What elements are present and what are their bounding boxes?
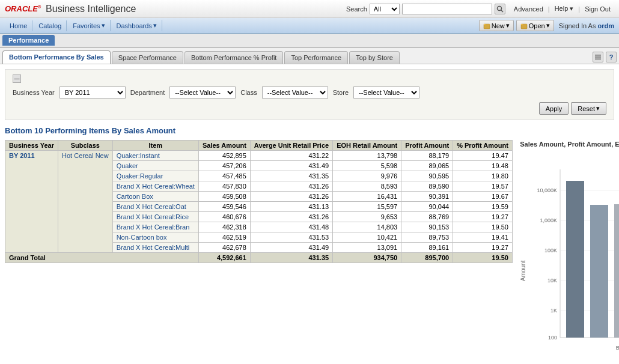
store-select[interactable]: --Select Value-- xyxy=(353,86,419,99)
data-cell-avg_unit: 431.53 xyxy=(250,232,332,243)
grand-total-eoh: 934,750 xyxy=(333,253,401,263)
data-cell-profit: 89,753 xyxy=(401,232,453,243)
tab-top-performance[interactable]: Top Performance xyxy=(284,51,348,64)
tab-bottom-performance-pct-profit[interactable]: Bottom Performance % Profit xyxy=(184,51,283,64)
reset-button[interactable]: Reset ▾ xyxy=(571,102,606,115)
data-cell-eoh: 9,976 xyxy=(333,171,401,181)
svg-text:100: 100 xyxy=(548,335,557,341)
search-input[interactable] xyxy=(402,4,492,14)
chart-title: Sales Amount, Profit Amount, EOH Retail … xyxy=(520,140,619,159)
grand-total-profit: 895,700 xyxy=(401,253,453,263)
data-cell-pct_profit: 19.41 xyxy=(453,232,513,243)
search-scope-select[interactable]: All xyxy=(370,4,400,14)
search-label: Search xyxy=(346,5,367,13)
help-link[interactable]: Help ▾ xyxy=(551,4,578,14)
home-nav-link[interactable]: Home xyxy=(5,20,32,31)
data-cell-sales: 457,485 xyxy=(198,171,250,181)
data-cell-profit: 90,044 xyxy=(401,202,453,212)
open-button[interactable]: Open ▾ xyxy=(516,20,554,31)
data-cell-pct_profit: 19.27 xyxy=(453,212,513,222)
report-title: Bottom 10 Performing Items By Sales Amou… xyxy=(5,126,614,135)
item-cell[interactable]: Brand X Hot Cereal:Oat xyxy=(112,202,198,212)
item-cell[interactable]: Non-Cartoon box xyxy=(112,232,198,243)
search-button[interactable] xyxy=(495,4,505,14)
favorites-nav-dropdown[interactable]: Favorites ▾ xyxy=(68,20,110,31)
data-cell-avg_unit: 431.26 xyxy=(250,192,332,202)
settings-icon-btn[interactable] xyxy=(593,52,603,62)
tab-bottom-performance-by-sales[interactable]: Bottom Performance By Sales xyxy=(2,50,111,64)
svg-point-0 xyxy=(497,6,501,10)
col-pct-profit: % Profit Amount xyxy=(453,141,513,151)
data-cell-eoh: 13,091 xyxy=(333,243,401,253)
apply-button[interactable]: Apply xyxy=(539,102,569,115)
svg-rect-4 xyxy=(595,55,601,56)
data-cell-profit: 88,769 xyxy=(401,212,453,222)
data-cell-sales: 459,546 xyxy=(198,202,250,212)
bi-title: Business Intelligence xyxy=(46,4,136,14)
data-cell-sales: 462,318 xyxy=(198,222,250,232)
item-cell[interactable]: Cartoon Box xyxy=(112,192,198,202)
advanced-link[interactable]: Advanced xyxy=(510,4,547,14)
table-row: BY 2011Hot Cereal NewQuaker:Instant452,8… xyxy=(5,151,513,161)
col-avg-unit: Averge Unit Retail Price xyxy=(250,141,332,151)
report-container: Business Year Subclass Item Sales Amount… xyxy=(5,140,614,364)
table-container: Business Year Subclass Item Sales Amount… xyxy=(5,140,513,364)
dashboards-nav-dropdown[interactable]: Dashboards ▾ xyxy=(112,20,162,31)
dashboard-tab-bar: Performance xyxy=(0,34,619,48)
help-icon: ? xyxy=(609,53,614,61)
performance-tab[interactable]: Performance xyxy=(2,35,55,46)
data-cell-sales: 462,678 xyxy=(198,243,250,253)
data-cell-pct_profit: 19.80 xyxy=(453,171,513,181)
data-cell-avg_unit: 431.26 xyxy=(250,212,332,222)
data-cell-eoh: 9,653 xyxy=(333,212,401,222)
grand-total-row: Grand Total 4,592,661 431.35 934,750 895… xyxy=(5,253,513,263)
data-cell-pct_profit: 19.59 xyxy=(453,202,513,212)
col-profit: Profit Amount xyxy=(401,141,453,151)
data-cell-sales: 452,895 xyxy=(198,151,250,161)
department-label: Department xyxy=(130,89,165,96)
data-cell-avg_unit: 431.35 xyxy=(250,171,332,181)
open-folder-icon xyxy=(520,22,528,29)
item-cell[interactable]: Brand X Hot Cereal:Bran xyxy=(112,222,198,232)
col-subclass: Subclass xyxy=(58,141,113,151)
col-item: Item xyxy=(112,141,198,151)
store-label: Store xyxy=(333,89,349,96)
new-button[interactable]: New ▾ xyxy=(479,20,514,31)
item-cell[interactable]: Quaker:Regular xyxy=(112,171,198,181)
minimize-button[interactable]: — xyxy=(13,74,21,83)
grand-total-sales: 4,592,661 xyxy=(198,253,250,263)
class-select[interactable]: --Select Value-- xyxy=(262,86,328,99)
item-cell[interactable]: Quaker xyxy=(112,161,198,171)
item-cell[interactable]: Brand X Hot Cereal:Rice xyxy=(112,212,198,222)
signout-link[interactable]: Sign Out xyxy=(581,4,614,14)
item-cell[interactable]: Quaker:Instant xyxy=(112,151,198,161)
item-cell[interactable]: Brand X Hot Cereal:Multi xyxy=(112,243,198,253)
oracle-logo: ORACLE® xyxy=(5,4,41,13)
svg-rect-6 xyxy=(595,59,601,60)
folder-icon xyxy=(483,22,490,29)
nav-icons: New ▾ Open ▾ Signed In As ordm xyxy=(479,20,614,31)
business-year-select[interactable]: BY 2011 xyxy=(59,86,126,99)
data-cell-avg_unit: 431.49 xyxy=(250,161,332,171)
data-cell-avg_unit: 431.22 xyxy=(250,151,332,161)
department-select[interactable]: --Select Value-- xyxy=(169,86,236,99)
data-cell-sales: 462,519 xyxy=(198,232,250,243)
search-icon xyxy=(496,5,504,13)
chart-svg: 100 1K 10K 100K 1,000K 10,000K xyxy=(530,163,619,364)
data-cell-eoh: 13,798 xyxy=(333,151,401,161)
data-cell-eoh: 8,593 xyxy=(333,181,401,192)
data-cell-pct_profit: 19.27 xyxy=(453,243,513,253)
item-cell[interactable]: Brand X Hot Cereal:Wheat xyxy=(112,181,198,192)
tab-top-by-store[interactable]: Top by Store xyxy=(349,51,400,64)
data-cell-pct_profit: 19.50 xyxy=(453,222,513,232)
business-year-cell: BY 2011 xyxy=(5,151,58,253)
data-cell-profit: 90,595 xyxy=(401,171,453,181)
grand-total-avg: 431.35 xyxy=(250,253,332,263)
help-icon-btn[interactable]: ? xyxy=(606,52,617,62)
catalog-nav-link[interactable]: Catalog xyxy=(34,20,67,31)
nav-links: Home Catalog Favorites ▾ Dashboards ▾ xyxy=(5,20,479,31)
top-nav-links: Advanced | Help ▾ | Sign Out xyxy=(510,4,614,14)
chart-area: Sales Amount, Profit Amount, EOH Retail … xyxy=(520,140,619,364)
tab-space-performance[interactable]: Space Performance xyxy=(112,51,183,64)
bar-sales xyxy=(566,181,584,338)
